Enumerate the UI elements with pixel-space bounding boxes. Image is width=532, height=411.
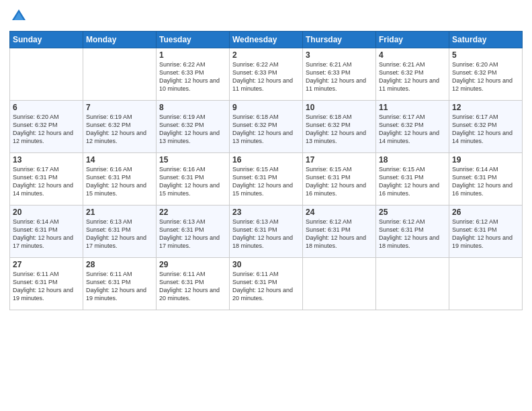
logo	[9, 7, 30, 26]
day-cell: 17Sunrise: 6:15 AMSunset: 6:31 PMDayligh…	[303, 153, 376, 205]
weekday-header-thursday: Thursday	[303, 32, 376, 48]
day-number: 3	[306, 50, 373, 60]
day-number: 16	[232, 155, 300, 165]
day-info: Sunrise: 6:11 AMSunset: 6:31 PMDaylight:…	[86, 270, 153, 303]
day-cell: 5Sunrise: 6:20 AMSunset: 6:32 PMDaylight…	[449, 48, 523, 101]
day-cell: 9Sunrise: 6:18 AMSunset: 6:32 PMDaylight…	[230, 101, 303, 153]
day-info: Sunrise: 6:16 AMSunset: 6:31 PMDaylight:…	[86, 165, 153, 198]
day-info: Sunrise: 6:16 AMSunset: 6:31 PMDaylight:…	[159, 165, 226, 198]
day-number: 6	[13, 103, 80, 112]
day-number: 2	[232, 50, 300, 60]
day-cell: 30Sunrise: 6:11 AMSunset: 6:31 PMDayligh…	[230, 258, 303, 310]
day-cell: 12Sunrise: 6:17 AMSunset: 6:32 PMDayligh…	[449, 101, 523, 153]
weekday-header-wednesday: Wednesday	[230, 32, 303, 48]
header	[9, 7, 523, 26]
day-info: Sunrise: 6:20 AMSunset: 6:32 PMDaylight:…	[13, 113, 80, 146]
day-info: Sunrise: 6:15 AMSunset: 6:31 PMDaylight:…	[379, 165, 446, 198]
day-cell: 24Sunrise: 6:12 AMSunset: 6:31 PMDayligh…	[303, 205, 376, 258]
day-number: 12	[452, 103, 519, 112]
day-cell: 20Sunrise: 6:14 AMSunset: 6:31 PMDayligh…	[10, 205, 83, 258]
page: SundayMondayTuesdayWednesdayThursdayFrid…	[0, 0, 532, 411]
day-info: Sunrise: 6:11 AMSunset: 6:31 PMDaylight:…	[232, 270, 300, 303]
day-number: 20	[13, 208, 80, 217]
day-number: 11	[379, 103, 446, 112]
day-number: 14	[86, 155, 153, 165]
day-info: Sunrise: 6:14 AMSunset: 6:31 PMDaylight:…	[13, 218, 80, 250]
calendar: SundayMondayTuesdayWednesdayThursdayFrid…	[9, 31, 523, 310]
day-number: 5	[452, 50, 519, 60]
day-info: Sunrise: 6:18 AMSunset: 6:32 PMDaylight:…	[306, 113, 373, 146]
day-number: 9	[232, 103, 300, 112]
week-row-4: 27Sunrise: 6:11 AMSunset: 6:31 PMDayligh…	[10, 258, 523, 310]
day-info: Sunrise: 6:19 AMSunset: 6:32 PMDaylight:…	[159, 113, 226, 146]
day-info: Sunrise: 6:19 AMSunset: 6:32 PMDaylight:…	[86, 113, 153, 146]
day-cell: 16Sunrise: 6:15 AMSunset: 6:31 PMDayligh…	[230, 153, 303, 205]
day-number: 19	[452, 155, 519, 165]
day-number: 7	[86, 103, 153, 112]
day-number: 15	[159, 155, 226, 165]
day-cell: 6Sunrise: 6:20 AMSunset: 6:32 PMDaylight…	[10, 101, 83, 153]
day-number: 10	[306, 103, 373, 112]
day-cell: 8Sunrise: 6:19 AMSunset: 6:32 PMDaylight…	[157, 101, 230, 153]
day-number: 22	[159, 208, 226, 217]
day-number: 18	[379, 155, 446, 165]
day-cell	[376, 258, 449, 310]
day-number: 21	[86, 208, 153, 217]
day-cell: 22Sunrise: 6:13 AMSunset: 6:31 PMDayligh…	[157, 205, 230, 258]
day-cell	[449, 258, 523, 310]
day-cell: 25Sunrise: 6:12 AMSunset: 6:31 PMDayligh…	[376, 205, 449, 258]
day-cell: 3Sunrise: 6:21 AMSunset: 6:33 PMDaylight…	[303, 48, 376, 101]
weekday-header-friday: Friday	[376, 32, 449, 48]
day-cell: 27Sunrise: 6:11 AMSunset: 6:31 PMDayligh…	[10, 258, 83, 310]
day-number: 17	[306, 155, 373, 165]
day-cell: 29Sunrise: 6:11 AMSunset: 6:31 PMDayligh…	[157, 258, 230, 310]
day-info: Sunrise: 6:12 AMSunset: 6:31 PMDaylight:…	[306, 218, 373, 250]
day-number: 25	[379, 208, 446, 217]
day-number: 24	[306, 208, 373, 217]
weekday-header-monday: Monday	[83, 32, 157, 48]
day-cell: 28Sunrise: 6:11 AMSunset: 6:31 PMDayligh…	[83, 258, 157, 310]
week-row-3: 20Sunrise: 6:14 AMSunset: 6:31 PMDayligh…	[10, 205, 523, 258]
day-info: Sunrise: 6:12 AMSunset: 6:31 PMDaylight:…	[379, 218, 446, 250]
day-cell: 14Sunrise: 6:16 AMSunset: 6:31 PMDayligh…	[83, 153, 157, 205]
day-info: Sunrise: 6:17 AMSunset: 6:31 PMDaylight:…	[13, 165, 80, 198]
day-info: Sunrise: 6:14 AMSunset: 6:31 PMDaylight:…	[452, 165, 519, 198]
day-cell: 26Sunrise: 6:12 AMSunset: 6:31 PMDayligh…	[449, 205, 523, 258]
day-cell: 10Sunrise: 6:18 AMSunset: 6:32 PMDayligh…	[303, 101, 376, 153]
day-number: 23	[232, 208, 300, 217]
day-number: 28	[86, 260, 153, 269]
weekday-header-sunday: Sunday	[10, 32, 83, 48]
day-info: Sunrise: 6:17 AMSunset: 6:32 PMDaylight:…	[452, 113, 519, 146]
day-cell: 21Sunrise: 6:13 AMSunset: 6:31 PMDayligh…	[83, 205, 157, 258]
day-info: Sunrise: 6:22 AMSunset: 6:33 PMDaylight:…	[232, 60, 300, 93]
weekday-header-saturday: Saturday	[449, 32, 523, 48]
day-cell: 7Sunrise: 6:19 AMSunset: 6:32 PMDaylight…	[83, 101, 157, 153]
day-number: 30	[232, 260, 300, 269]
day-info: Sunrise: 6:12 AMSunset: 6:31 PMDaylight:…	[452, 218, 519, 250]
day-number: 1	[159, 50, 226, 60]
day-cell: 1Sunrise: 6:22 AMSunset: 6:33 PMDaylight…	[157, 48, 230, 101]
day-info: Sunrise: 6:11 AMSunset: 6:31 PMDaylight:…	[159, 270, 226, 303]
day-cell: 4Sunrise: 6:21 AMSunset: 6:32 PMDaylight…	[376, 48, 449, 101]
day-info: Sunrise: 6:21 AMSunset: 6:33 PMDaylight:…	[306, 60, 373, 93]
weekday-header-tuesday: Tuesday	[157, 32, 230, 48]
day-number: 4	[379, 50, 446, 60]
week-row-0: 1Sunrise: 6:22 AMSunset: 6:33 PMDaylight…	[10, 48, 523, 101]
week-row-1: 6Sunrise: 6:20 AMSunset: 6:32 PMDaylight…	[10, 101, 523, 153]
day-info: Sunrise: 6:13 AMSunset: 6:31 PMDaylight:…	[159, 218, 226, 250]
day-number: 29	[159, 260, 226, 269]
day-cell: 11Sunrise: 6:17 AMSunset: 6:32 PMDayligh…	[376, 101, 449, 153]
day-info: Sunrise: 6:13 AMSunset: 6:31 PMDaylight:…	[86, 218, 153, 250]
day-info: Sunrise: 6:17 AMSunset: 6:32 PMDaylight:…	[379, 113, 446, 146]
day-info: Sunrise: 6:22 AMSunset: 6:33 PMDaylight:…	[159, 60, 226, 93]
day-cell: 13Sunrise: 6:17 AMSunset: 6:31 PMDayligh…	[10, 153, 83, 205]
week-row-2: 13Sunrise: 6:17 AMSunset: 6:31 PMDayligh…	[10, 153, 523, 205]
day-cell	[10, 48, 83, 101]
day-number: 13	[13, 155, 80, 165]
day-number: 27	[13, 260, 80, 269]
day-info: Sunrise: 6:11 AMSunset: 6:31 PMDaylight:…	[13, 270, 80, 303]
day-cell: 18Sunrise: 6:15 AMSunset: 6:31 PMDayligh…	[376, 153, 449, 205]
day-cell: 23Sunrise: 6:13 AMSunset: 6:31 PMDayligh…	[230, 205, 303, 258]
day-info: Sunrise: 6:13 AMSunset: 6:31 PMDaylight:…	[232, 218, 300, 250]
day-cell	[303, 258, 376, 310]
